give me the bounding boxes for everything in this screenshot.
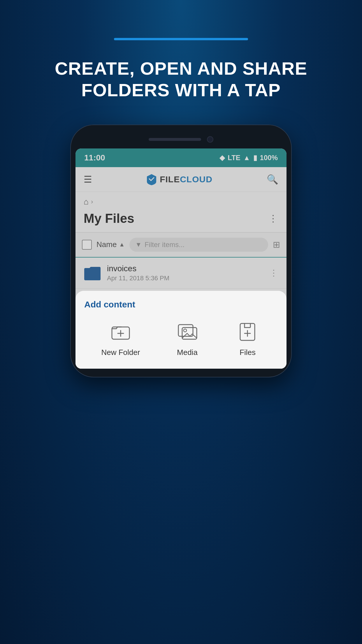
file-item-invoices[interactable]: invoices Apr 11, 2018 5:36 PM ⋮ [75,258,287,289]
speaker-bar [149,138,201,141]
new-folder-icon [110,321,131,342]
breadcrumb: ⌂ › [75,192,287,209]
file-info-invoices: invoices Apr 11, 2018 5:36 PM [107,264,264,282]
new-folder-label: New Folder [101,348,140,357]
phone-top-bar [75,133,287,148]
wifi-icon: ◆ [219,154,225,162]
page-more-icon[interactable]: ⋮ [268,213,278,224]
logo-text: FILECLOUD [160,174,212,184]
search-icon[interactable]: 🔍 [267,174,278,185]
action-files[interactable]: Files [234,318,261,357]
filter-bar: Name ▲ ▼ Filter items... ⊞ [75,232,287,258]
svg-point-5 [184,329,187,332]
status-time: 11:00 [84,153,105,162]
page-title-row: My Files ⋮ [75,209,287,232]
logo-area: FILECLOUD [146,174,212,185]
sort-arrow: ▲ [119,241,125,248]
action-media[interactable]: Media [174,318,200,357]
sort-label: Name [96,240,117,249]
lte-label: LTE [228,154,240,162]
media-label: Media [177,348,198,357]
breadcrumb-chevron: › [91,198,93,206]
phone-screen: 11:00 ◆ LTE ▲ ▮ 100% ☰ F [75,148,287,369]
filter-placeholder: Filter items... [145,241,184,249]
camera-dot [207,136,213,143]
accent-line [114,38,248,40]
status-icons: ◆ LTE ▲ ▮ 100% [219,154,278,162]
filter-icon: ▼ [135,241,142,249]
grid-view-icon[interactable]: ⊞ [273,239,280,250]
folder-icon-invoices [84,266,101,280]
status-bar: 11:00 ◆ LTE ▲ ▮ 100% [75,148,287,167]
file-name: invoices [107,264,264,273]
app-header: ☰ FILECLOUD 🔍 [75,167,287,192]
files-icon [237,321,258,342]
file-more-invoices[interactable]: ⋮ [270,268,278,278]
media-icon [177,321,197,342]
bottom-sheet-actions: New Folder Media [84,318,278,357]
headline: CREATE, OPEN AND SHARE FOLDERS WITH A TA… [0,58,362,101]
files-label: Files [240,348,256,357]
phone-mockup: 11:00 ◆ LTE ▲ ▮ 100% ☰ F [70,125,292,377]
filecloud-logo-icon [146,174,157,185]
sort-name-btn[interactable]: Name ▲ [96,240,125,249]
filter-input-area[interactable]: ▼ Filter items... [129,238,268,252]
select-all-checkbox[interactable] [82,240,92,250]
signal-icon: ▲ [243,154,250,162]
battery-icon: ▮ [253,154,257,162]
bottom-sheet: Add content New Folder [75,291,287,369]
battery-percent: 100% [260,154,278,162]
page-title: My Files [84,211,134,226]
action-new-folder[interactable]: New Folder [101,318,140,357]
file-meta: Apr 11, 2018 5:36 PM [107,274,264,282]
new-folder-icon-box [108,318,134,344]
bottom-sheet-title: Add content [84,300,278,309]
files-icon-box [234,318,261,344]
media-icon-box [174,318,200,344]
home-icon[interactable]: ⌂ [84,197,89,206]
hamburger-icon[interactable]: ☰ [84,174,92,185]
